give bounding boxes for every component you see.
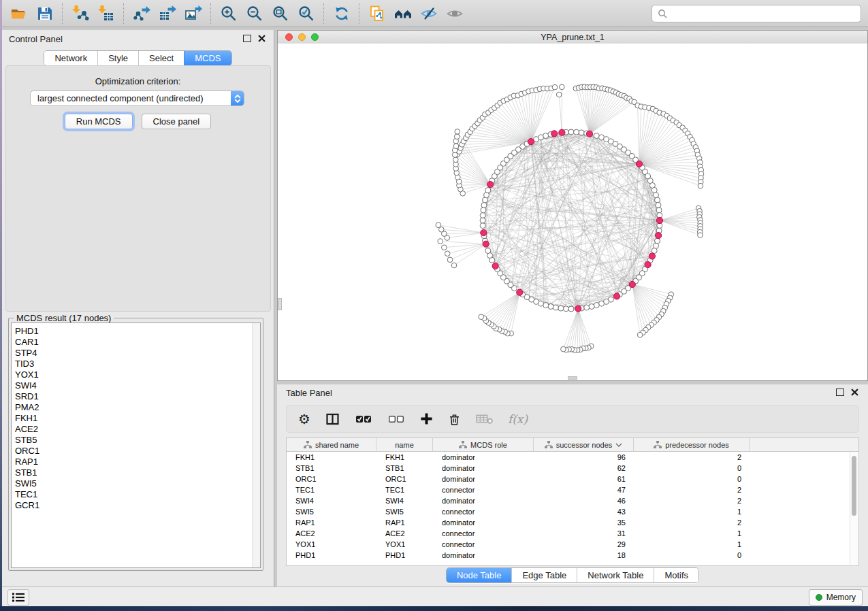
- network-window-titlebar[interactable]: YPA_prune.txt_1: [278, 31, 867, 44]
- network-node[interactable]: [574, 129, 579, 135]
- network-node[interactable]: [442, 245, 447, 250]
- mcds-dominator-node[interactable]: [586, 131, 592, 137]
- search-input[interactable]: [671, 8, 855, 19]
- mcds-dominator-node[interactable]: [649, 253, 655, 259]
- network-node[interactable]: [483, 197, 488, 203]
- mcds-dominator-node[interactable]: [528, 139, 534, 145]
- network-node[interactable]: [481, 202, 487, 208]
- deselect-all-checkboxes-icon[interactable]: [387, 413, 405, 425]
- tab-style[interactable]: Style: [97, 51, 138, 65]
- mcds-dominator-node[interactable]: [645, 261, 651, 267]
- first-neighbors-icon[interactable]: [390, 2, 416, 25]
- mcds-dominator-node[interactable]: [575, 306, 581, 312]
- network-node[interactable]: [637, 332, 643, 337]
- table-row[interactable]: ORC1ORC1dominator610: [287, 474, 858, 484]
- new-network-from-selection-icon[interactable]: [364, 2, 390, 25]
- mcds-dominator-node[interactable]: [487, 182, 494, 188]
- network-node[interactable]: [485, 188, 491, 193]
- table-scrollbar[interactable]: [850, 452, 858, 565]
- network-node[interactable]: [480, 223, 485, 229]
- export-image-icon[interactable]: [180, 2, 206, 25]
- table-row[interactable]: SWI5SWI5connector431: [287, 506, 858, 517]
- mcds-result-list[interactable]: PHD1CAR1STP4TID3YOX1SWI4SRD1PMA2FKH1ACE2…: [11, 323, 261, 568]
- network-node[interactable]: [568, 306, 574, 312]
- network-node[interactable]: [553, 305, 558, 310]
- network-node[interactable]: [654, 193, 659, 198]
- zoom-out-icon[interactable]: [242, 2, 268, 25]
- network-node[interactable]: [480, 218, 485, 223]
- mcds-dominator-node[interactable]: [483, 241, 489, 247]
- show-all-icon[interactable]: [442, 2, 468, 25]
- mcds-dominator-node[interactable]: [656, 233, 662, 239]
- panel-list-button[interactable]: [7, 589, 29, 606]
- network-node[interactable]: [556, 92, 562, 97]
- import-table-icon[interactable]: [93, 2, 119, 25]
- column-header-predecessor-nodes[interactable]: predecessor nodes: [634, 438, 750, 451]
- select-all-checkboxes-icon[interactable]: [355, 413, 372, 425]
- network-node[interactable]: [480, 212, 485, 218]
- tab-network-table[interactable]: Network Table: [577, 568, 654, 582]
- close-panel-icon[interactable]: [258, 35, 266, 42]
- table-row[interactable]: YOX1YOX1connector291: [287, 539, 858, 550]
- memory-button[interactable]: Memory: [809, 589, 863, 606]
- run-mcds-button[interactable]: Run MCDS: [65, 114, 133, 129]
- zoom-in-icon[interactable]: [216, 2, 242, 25]
- network-node[interactable]: [656, 202, 661, 208]
- search-field[interactable]: [652, 5, 861, 22]
- network-node[interactable]: [698, 183, 703, 188]
- settings-gear-icon[interactable]: ⚙: [298, 412, 310, 426]
- column-header-name[interactable]: name: [376, 438, 433, 451]
- mcds-dominator-node[interactable]: [656, 217, 662, 223]
- export-network-icon[interactable]: [129, 2, 155, 25]
- network-node[interactable]: [656, 208, 662, 213]
- save-session-icon[interactable]: [32, 2, 58, 25]
- optimization-criterion-select[interactable]: largest connected component (undirected): [30, 90, 244, 106]
- network-node[interactable]: [655, 197, 660, 203]
- table-row[interactable]: FKH1FKH1dominator962: [287, 452, 858, 463]
- network-node[interactable]: [552, 84, 558, 90]
- float-table-panel-icon[interactable]: [836, 389, 844, 396]
- zoom-fit-icon[interactable]: [268, 2, 293, 25]
- network-node[interactable]: [455, 129, 460, 135]
- mcds-dominator-node[interactable]: [636, 161, 642, 167]
- close-table-panel-icon[interactable]: [851, 389, 858, 396]
- tab-mcds[interactable]: MCDS: [184, 51, 231, 65]
- splitter-handle-bottom[interactable]: [568, 376, 577, 380]
- table-row[interactable]: STB1STB1dominator620: [287, 463, 858, 474]
- table-scrollbar-thumb[interactable]: [852, 456, 856, 516]
- tab-motifs[interactable]: Motifs: [654, 568, 698, 582]
- network-node[interactable]: [560, 84, 565, 90]
- network-node[interactable]: [436, 222, 441, 228]
- export-table-icon[interactable]: [155, 2, 180, 25]
- network-node[interactable]: [479, 314, 484, 320]
- mcds-dominator-node[interactable]: [492, 263, 498, 269]
- tab-node-table[interactable]: Node Table: [447, 568, 512, 582]
- network-node[interactable]: [548, 304, 553, 310]
- column-header-shared-name[interactable]: shared name: [287, 438, 376, 451]
- network-node[interactable]: [453, 144, 459, 149]
- network-node[interactable]: [445, 251, 450, 257]
- network-node[interactable]: [438, 239, 443, 244]
- network-node[interactable]: [594, 303, 599, 308]
- tab-edge-table[interactable]: Edge Table: [511, 568, 577, 582]
- network-node[interactable]: [563, 306, 568, 312]
- network-node[interactable]: [652, 248, 657, 254]
- network-node[interactable]: [485, 248, 491, 254]
- mcds-dominator-node[interactable]: [629, 281, 635, 287]
- table-row[interactable]: PHD1PHD1dominator180: [287, 550, 858, 561]
- float-panel-icon[interactable]: [243, 35, 251, 42]
- add-column-icon[interactable]: [420, 412, 433, 425]
- network-node[interactable]: [543, 133, 549, 139]
- mcds-list-scrollbar[interactable]: [252, 323, 260, 567]
- table-row[interactable]: TEC1TEC1connector472: [287, 484, 858, 495]
- network-canvas[interactable]: [278, 44, 867, 380]
- network-node[interactable]: [589, 304, 594, 310]
- mcds-dominator-node[interactable]: [559, 129, 565, 135]
- column-header-successor-nodes[interactable]: successor nodes: [534, 438, 634, 451]
- zoom-selected-icon[interactable]: [293, 2, 319, 25]
- close-panel-button[interactable]: Close panel: [142, 114, 212, 129]
- network-node[interactable]: [655, 238, 660, 244]
- open-session-icon[interactable]: [6, 2, 32, 25]
- mcds-dominator-node[interactable]: [481, 230, 487, 236]
- table-row[interactable]: RAP1RAP1dominator352: [287, 517, 858, 528]
